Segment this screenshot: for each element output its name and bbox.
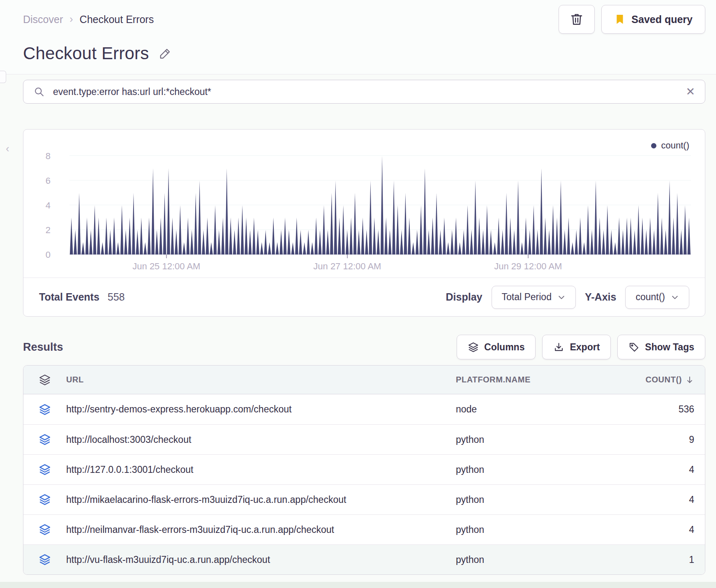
results-table: URL PLATFORM.NAME COUNT() http://sentry-… (23, 365, 705, 575)
columns-button[interactable]: Columns (457, 335, 536, 359)
row-url[interactable]: http://mikaelacarino-flask-errors-m3uuiz… (66, 494, 456, 505)
header-count-label: COUNT() (645, 375, 682, 384)
row-count: 4 (620, 494, 694, 505)
sort-desc-arrow-icon (685, 375, 694, 384)
row-count: 9 (620, 434, 694, 445)
row-platform: python (456, 554, 620, 565)
table-row[interactable]: http://localhost:3003/checkout python 9 (23, 424, 705, 454)
page-header: Discover › Checkout Errors Saved query (0, 0, 716, 74)
breadcrumb-separator-icon: › (69, 13, 73, 25)
table-header-row: URL PLATFORM.NAME COUNT() (23, 366, 705, 394)
table-row[interactable]: http://127.0.0.1:3001/checkout python 4 (23, 454, 705, 484)
row-layers-icon (23, 403, 66, 416)
table-body: http://sentry-demos-express.herokuapp.co… (23, 394, 705, 574)
delete-query-button[interactable] (559, 5, 595, 34)
edit-title-button[interactable] (157, 45, 173, 62)
y-axis-dropdown[interactable]: count() (625, 286, 689, 309)
header-cell-platform[interactable]: PLATFORM.NAME (456, 375, 620, 384)
y-axis-tick-label: 6 (32, 176, 51, 186)
row-count: 1 (620, 554, 694, 565)
y-axis-dropdown-value: count() (635, 292, 665, 303)
row-url[interactable]: http://localhost:3003/checkout (66, 434, 456, 445)
table-row[interactable]: http://mikaelacarino-flask-errors-m3uuiz… (23, 484, 705, 514)
row-layers-icon (23, 463, 66, 476)
clear-search-icon[interactable]: ✕ (686, 86, 695, 97)
y-axis-tick-label: 4 (32, 200, 51, 211)
row-platform: python (456, 464, 620, 475)
export-button-label: Export (570, 342, 600, 353)
saved-query-button[interactable]: Saved query (601, 5, 705, 34)
chevron-down-icon (671, 293, 679, 301)
display-label: Display (446, 291, 483, 303)
show-tags-button-label: Show Tags (645, 342, 694, 353)
header-actions: Saved query (559, 5, 705, 34)
row-url[interactable]: http://sentry-demos-express.herokuapp.co… (66, 404, 456, 415)
y-axis-tick-label: 0 (32, 250, 51, 260)
total-events-label: Total Events (39, 291, 99, 303)
x-axis-tick (166, 255, 167, 258)
x-axis-tick (347, 255, 348, 258)
header-layers-icon[interactable] (23, 374, 66, 386)
pencil-icon (159, 47, 172, 60)
row-platform: python (456, 494, 620, 505)
chart-legend: count() (651, 140, 689, 151)
chart-panel: count() 02468 Jun 25 12:00 AMJun 27 12:0… (23, 129, 705, 317)
row-layers-icon (23, 433, 66, 446)
saved-query-label: Saved query (631, 14, 693, 25)
table-row[interactable]: http://vu-flask-m3uuizd7iq-uc.a.run.app/… (23, 544, 705, 574)
row-platform: node (456, 404, 620, 415)
x-axis-tick-label: Jun 27 12:00 AM (313, 261, 381, 272)
breadcrumb-link-discover[interactable]: Discover (23, 14, 63, 25)
breadcrumb-current: Checkout Errors (80, 14, 154, 25)
row-count: 536 (620, 404, 694, 415)
search-bar: ✕ (23, 80, 705, 104)
breadcrumb: Discover › Checkout Errors (23, 14, 154, 25)
sidebar-collapse-handle[interactable] (0, 71, 6, 83)
show-tags-button[interactable]: Show Tags (617, 335, 705, 359)
tag-icon (628, 342, 640, 353)
bookmark-icon (614, 14, 626, 25)
chart-footer: Total Events 558 Display Total Period Y-… (23, 278, 705, 316)
row-count: 4 (620, 464, 694, 475)
total-events: Total Events 558 (39, 291, 125, 303)
layers-icon (468, 342, 479, 353)
x-axis-tick-label: Jun 25 12:00 AM (132, 261, 200, 272)
results-title: Results (23, 341, 63, 354)
total-events-value: 558 (108, 291, 125, 303)
bars-svg (69, 156, 691, 255)
header-cell-count[interactable]: COUNT() (620, 375, 694, 384)
row-layers-icon (23, 523, 66, 536)
table-row[interactable]: http://sentry-demos-express.herokuapp.co… (23, 394, 705, 424)
x-axis-tick-label: Jun 29 12:00 AM (494, 261, 562, 272)
row-layers-icon (23, 553, 66, 566)
y-axis-tick-label: 2 (32, 225, 51, 236)
row-url[interactable]: http://neilmanvar-flask-errors-m3uuizd7i… (66, 524, 456, 535)
row-url[interactable]: http://127.0.0.1:3001/checkout (66, 464, 456, 475)
columns-button-label: Columns (484, 342, 524, 353)
table-row[interactable]: http://neilmanvar-flask-errors-m3uuizd7i… (23, 514, 705, 544)
panel-collapse-chevron-icon[interactable]: ‹ (6, 142, 9, 155)
row-count: 4 (620, 524, 694, 535)
legend-label: count() (661, 140, 689, 151)
legend-dot-icon (651, 143, 656, 148)
trash-icon (570, 12, 584, 26)
chevron-down-icon (557, 293, 566, 301)
chart-controls: Display Total Period Y-Axis count() (446, 286, 689, 309)
search-icon (33, 86, 45, 97)
chart-plot: 02468 (69, 156, 691, 255)
page-bottom-strip (0, 582, 716, 588)
y-axis-tick-label: 8 (32, 151, 51, 162)
row-url[interactable]: http://vu-flask-m3uuizd7iq-uc.a.run.app/… (66, 554, 456, 565)
display-dropdown-value: Total Period (502, 292, 552, 303)
chart-x-axis: Jun 25 12:00 AMJun 27 12:00 AMJun 29 12:… (69, 255, 691, 278)
header-cell-url[interactable]: URL (66, 375, 456, 384)
display-dropdown[interactable]: Total Period (492, 286, 576, 309)
main-content: ✕ count() 02468 Jun 25 12:00 AMJun 27 12… (0, 74, 716, 575)
results-buttons: Columns Export Show Tags (457, 335, 705, 359)
row-platform: python (456, 434, 620, 445)
export-button[interactable]: Export (542, 335, 611, 359)
row-platform: python (456, 524, 620, 535)
x-axis-tick (528, 255, 529, 258)
y-axis-label: Y-Axis (585, 291, 616, 303)
search-input[interactable] (52, 86, 678, 98)
